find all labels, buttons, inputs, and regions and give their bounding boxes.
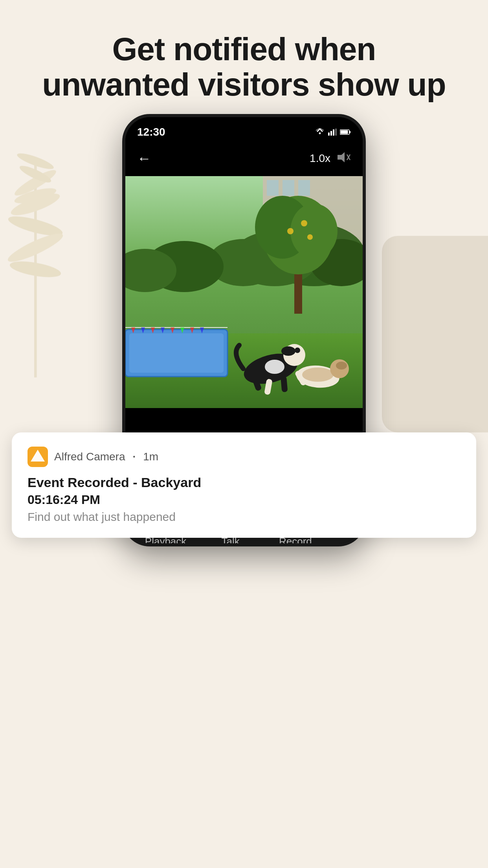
bg-plant-left [0, 110, 79, 385]
notif-dot: • [133, 453, 136, 460]
svg-rect-14 [341, 130, 348, 134]
mute-icon[interactable] [337, 151, 351, 166]
bg-couch [382, 236, 488, 432]
svg-point-36 [307, 234, 313, 240]
svg-rect-39 [129, 333, 224, 373]
svg-rect-22 [283, 180, 294, 196]
status-time: 12:30 [137, 126, 165, 138]
zoom-level[interactable]: 1.0x [310, 152, 330, 165]
signal-icon [328, 129, 337, 136]
battery-icon [340, 129, 351, 136]
camera-feed [125, 176, 363, 408]
svg-rect-12 [335, 129, 337, 136]
notif-event-time: 05:16:24 PM [28, 493, 460, 507]
svg-rect-15 [349, 131, 350, 133]
svg-point-57 [265, 360, 284, 374]
status-bar: 12:30 [125, 117, 363, 141]
svg-point-51 [281, 346, 295, 356]
svg-rect-10 [330, 131, 332, 136]
notif-event-title: Event Recorded - Backyard [28, 475, 460, 490]
svg-rect-11 [333, 129, 334, 136]
notif-app-name: Alfred Camera [54, 451, 125, 463]
svg-rect-21 [267, 180, 279, 196]
svg-point-52 [295, 348, 300, 353]
svg-point-60 [336, 362, 347, 370]
header-section: Get notified when unwanted visitors show… [0, 31, 488, 102]
status-icons [315, 128, 351, 136]
svg-point-34 [287, 228, 294, 234]
alfred-app-icon [28, 447, 48, 467]
app-header: ← 1.0x [125, 141, 363, 176]
svg-point-33 [290, 204, 338, 259]
svg-rect-9 [328, 132, 330, 136]
garden-scene [125, 176, 363, 408]
notif-time: 1m [143, 451, 158, 463]
notification-card: Alfred Camera • 1m Event Recorded - Back… [12, 432, 476, 538]
svg-point-35 [301, 220, 307, 226]
back-button[interactable]: ← [137, 150, 151, 167]
notif-header: Alfred Camera • 1m [28, 447, 460, 467]
header-controls: 1.0x [310, 151, 351, 166]
header-title: Get notified when unwanted visitors show… [24, 31, 464, 102]
svg-rect-23 [298, 180, 310, 196]
svg-marker-16 [338, 152, 345, 162]
wifi-icon [315, 128, 325, 136]
svg-point-61 [302, 368, 334, 382]
notif-event-body: Find out what just happened [28, 510, 460, 524]
